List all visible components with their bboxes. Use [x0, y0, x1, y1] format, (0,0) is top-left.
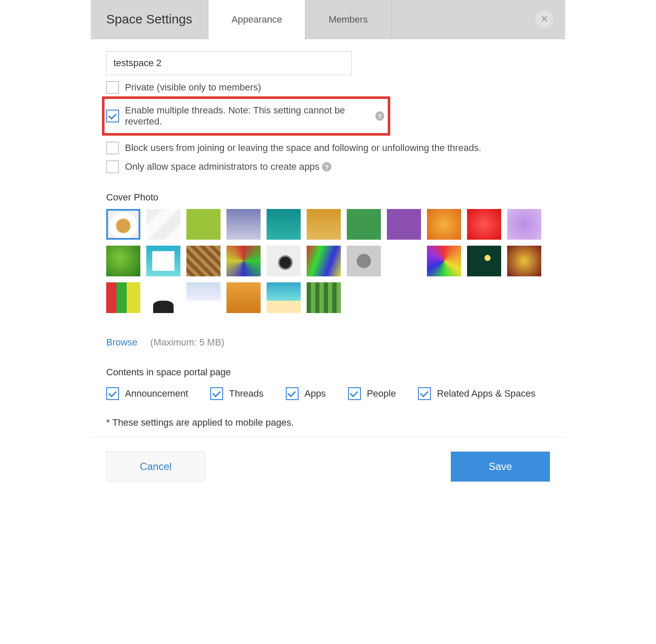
cover-option[interactable] [427, 209, 461, 240]
cover-option[interactable] [467, 246, 501, 276]
admin-apps-checkbox[interactable] [106, 160, 119, 173]
browse-link[interactable]: Browse [106, 337, 137, 348]
private-label: Private (visible only to members) [125, 82, 261, 93]
cover-option[interactable] [387, 209, 421, 240]
option-admin-apps[interactable]: Only allow space administrators to creat… [106, 160, 550, 173]
dialog-header: Space Settings Appearance Members ✕ [91, 0, 565, 39]
help-icon[interactable]: ? [322, 162, 331, 171]
people-label: People [367, 388, 396, 399]
related-checkbox[interactable] [418, 387, 431, 400]
dialog-body: Private (visible only to members) Enable… [91, 39, 565, 437]
cover-option[interactable] [106, 246, 140, 276]
block-join-checkbox[interactable] [106, 142, 119, 154]
portal-contents-label: Contents in space portal page [106, 367, 550, 378]
cover-photo-grid [106, 209, 550, 313]
tab-appearance[interactable]: Appearance [209, 0, 306, 39]
cover-option[interactable] [507, 246, 541, 276]
help-icon[interactable]: ? [375, 111, 384, 121]
cover-option[interactable] [106, 209, 140, 240]
announcement-label: Announcement [125, 388, 188, 399]
related-label: Related Apps & Spaces [437, 388, 535, 399]
option-block-join[interactable]: Block users from joining or leaving the … [106, 142, 550, 154]
cover-option[interactable] [186, 282, 221, 313]
cancel-button[interactable]: Cancel [106, 452, 205, 482]
browse-hint: (Maximum: 5 MB) [150, 337, 224, 348]
cover-option[interactable] [267, 282, 301, 313]
cover-option[interactable] [267, 246, 301, 276]
threads-checkbox[interactable] [210, 387, 223, 400]
multithread-label: Enable multiple threads. Note: This sett… [125, 105, 373, 127]
cover-option[interactable] [427, 246, 461, 276]
cover-option[interactable] [186, 209, 221, 240]
admin-apps-label: Only allow space administrators to creat… [125, 161, 319, 172]
cover-option[interactable] [347, 246, 381, 276]
option-private[interactable]: Private (visible only to members) [106, 81, 550, 94]
announcement-checkbox[interactable] [106, 387, 119, 400]
apps-label: Apps [305, 388, 326, 399]
cover-option[interactable] [307, 246, 341, 276]
mobile-note: * These settings are applied to mobile p… [106, 417, 550, 428]
cover-option[interactable] [226, 209, 261, 240]
dialog-footer: Cancel Save [91, 437, 565, 496]
cover-option[interactable] [146, 209, 180, 240]
cover-option[interactable] [146, 246, 180, 276]
save-button[interactable]: Save [451, 452, 550, 482]
portal-people[interactable]: People [348, 387, 396, 400]
private-checkbox[interactable] [106, 81, 119, 94]
threads-label: Threads [229, 388, 264, 399]
browse-row: Browse (Maximum: 5 MB) [106, 337, 550, 348]
apps-checkbox[interactable] [286, 387, 299, 400]
tab-members[interactable]: Members [305, 0, 391, 39]
dialog-title: Space Settings [106, 12, 192, 39]
cover-option[interactable] [467, 209, 501, 240]
block-join-label: Block users from joining or leaving the … [125, 142, 481, 154]
cover-option[interactable] [507, 209, 541, 240]
portal-apps[interactable]: Apps [286, 387, 326, 400]
space-name-input[interactable] [106, 51, 352, 75]
cover-option[interactable] [387, 246, 421, 276]
people-checkbox[interactable] [348, 387, 361, 400]
cover-option[interactable] [226, 282, 261, 313]
cover-option[interactable] [267, 209, 301, 240]
cover-option[interactable] [307, 209, 341, 240]
cover-option[interactable] [307, 282, 341, 313]
portal-announcement[interactable]: Announcement [106, 387, 188, 400]
portal-threads[interactable]: Threads [210, 387, 264, 400]
portal-related[interactable]: Related Apps & Spaces [418, 387, 535, 400]
cover-option[interactable] [347, 209, 381, 240]
portal-contents-row: Announcement Threads Apps People Related… [106, 387, 550, 400]
cover-photo-label: Cover Photo [106, 192, 550, 203]
cover-option[interactable] [146, 282, 180, 313]
cover-option[interactable] [186, 246, 221, 276]
cover-option[interactable] [226, 246, 261, 276]
tab-bar: Appearance Members [209, 0, 391, 39]
close-button[interactable]: ✕ [535, 10, 553, 28]
close-icon: ✕ [540, 14, 548, 25]
multithread-checkbox[interactable] [106, 110, 119, 122]
cover-option[interactable] [106, 282, 140, 313]
option-multithread[interactable]: Enable multiple threads. Note: This sett… [102, 96, 390, 136]
